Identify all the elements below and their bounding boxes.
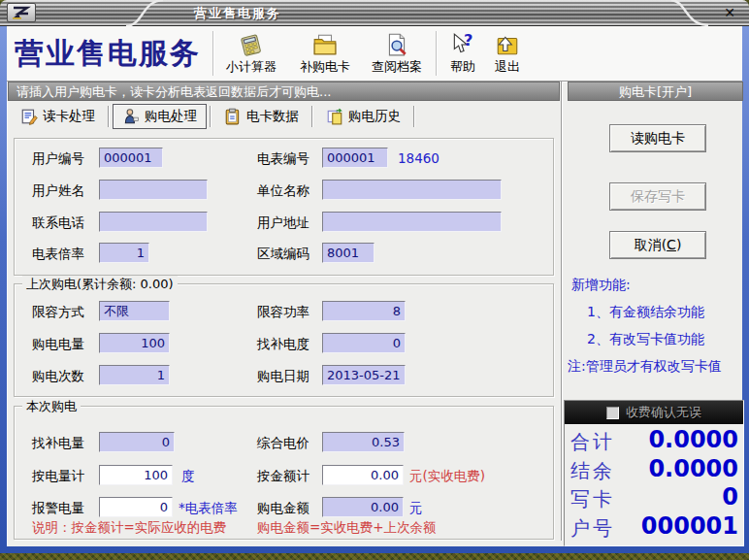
total-row: 结余 0.0000	[570, 455, 738, 482]
toolbar-button-label: 补购电卡	[300, 58, 350, 76]
window-frame: 营业售电服务 小计算器	[0, 26, 749, 553]
total-label: 结余	[570, 458, 615, 484]
tab-purchase-processing[interactable]: 购电处理	[113, 104, 207, 129]
save-write-card-button[interactable]: 保存写卡	[609, 182, 706, 211]
address-input[interactable]	[322, 212, 502, 232]
archive-search-icon	[384, 32, 409, 57]
calculator-button[interactable]: 小计算器	[216, 29, 286, 80]
area-code-input[interactable]	[322, 243, 374, 263]
repurchase-card-button[interactable]: 补购电卡	[290, 29, 360, 80]
tab-purchase-history[interactable]: 购电历史	[316, 104, 410, 129]
field-label: 找补电度	[257, 336, 309, 353]
exit-button[interactable]: 退出	[486, 29, 529, 80]
read-card-icon	[20, 108, 38, 125]
tab-bar: 读卡处理 购电处理 电卡数据	[11, 104, 418, 129]
field-label: 用户姓名	[32, 182, 84, 200]
titlebar-swoosh-right	[669, 0, 710, 26]
main-toolbar: 营业售电服务 小计算器	[7, 26, 742, 82]
limit-mode-input[interactable]	[99, 301, 170, 321]
cancel-button[interactable]: 取消(C)	[609, 231, 706, 259]
note-right: 购电金额=实收电费+上次余额	[257, 519, 437, 537]
purchase-date-input[interactable]	[322, 365, 406, 385]
field-label: 用户地址	[257, 214, 309, 232]
tab-label: 电卡数据	[246, 108, 299, 125]
total-value: 0	[722, 483, 738, 511]
history-pages-icon	[326, 108, 343, 125]
tab-read-card[interactable]: 读卡处理	[11, 104, 105, 129]
field-label: 限容方式	[32, 304, 84, 321]
app-title: 营业售电服务	[15, 34, 201, 74]
total-value: 0.0000	[648, 426, 738, 453]
confirm-label: 收费确认无误	[626, 404, 701, 421]
adjust-kwh-input[interactable]	[322, 333, 406, 353]
unit-name-input[interactable]	[322, 180, 502, 200]
toolbar-button-label: 小计算器	[226, 58, 277, 76]
field-label: 单位名称	[257, 182, 309, 200]
meter-no-input[interactable]	[322, 148, 388, 168]
note-left: 说明：按金额计=实际应收的电费	[32, 519, 226, 537]
alarm-kwh-input[interactable]	[99, 497, 173, 517]
field-label: 限容功率	[257, 304, 309, 321]
titlebar-swoosh-left	[124, 0, 165, 26]
tab-separator	[210, 106, 212, 127]
feature-note: 2、有改写卡值功能	[587, 331, 704, 348]
user-name-input[interactable]	[99, 180, 208, 200]
app-logo	[7, 3, 36, 22]
panel-divider	[561, 82, 563, 541]
total-row: 写卡 0	[570, 483, 738, 511]
field-label: 按电量计	[32, 468, 84, 485]
unit-text: 元	[409, 500, 423, 517]
unit-price-input[interactable]	[322, 432, 405, 452]
logo-icon	[11, 6, 32, 19]
total-row: 户号 000001	[570, 512, 738, 540]
toolbar-separator	[436, 31, 438, 76]
feature-note: 新增功能:	[571, 277, 631, 294]
person-icon	[122, 108, 140, 125]
feature-note: 1、有金额结余功能	[587, 304, 704, 321]
field-label: 购电次数	[32, 368, 84, 385]
read-card-button[interactable]: 读购电卡	[609, 124, 706, 152]
group-title: 上次购电(累计余额: 0.00)	[22, 276, 178, 293]
calculator-icon	[239, 32, 264, 57]
tab-label: 购电历史	[348, 108, 401, 125]
toolbar-separator	[212, 31, 214, 76]
toolbar-button-label: 帮助	[450, 58, 475, 76]
phone-input[interactable]	[99, 212, 208, 232]
exit-icon	[495, 32, 520, 57]
status-message: 请插入用户购电卡，读卡分析电表返回数据后才可购电...	[16, 84, 331, 99]
help-button[interactable]: ? 帮助	[441, 29, 484, 80]
confirm-checkbox[interactable]	[606, 407, 619, 419]
purchase-kwh-input[interactable]	[99, 333, 170, 353]
field-label: 综合电价	[257, 435, 309, 452]
tab-label: 读卡处理	[43, 108, 95, 125]
meter-ratio-input[interactable]	[99, 243, 149, 263]
side-panel-header: 购电卡[开户]	[568, 82, 743, 101]
tab-separator	[311, 106, 313, 127]
field-label: 找补电量	[32, 435, 84, 452]
button-label: 读购电卡	[631, 130, 685, 146]
tab-separator	[413, 106, 415, 127]
tab-label: 购电处理	[145, 108, 197, 125]
button-label: 保存写卡	[631, 188, 685, 204]
help-cursor-icon: ?	[450, 32, 475, 57]
field-label: 用户编号	[32, 150, 84, 168]
unit-text: 元(实收电费)	[409, 468, 485, 485]
user-no-input[interactable]	[99, 148, 163, 168]
svg-text:?: ?	[464, 32, 472, 49]
app-window: 营业售电服务 ✕ 营业售电服务	[0, 0, 749, 553]
by-kwh-input[interactable]	[99, 465, 173, 485]
purchase-count-input[interactable]	[99, 365, 170, 385]
field-label: 报警电量	[32, 500, 84, 517]
total-row: 合计 0.0000	[570, 426, 738, 453]
view-archives-button[interactable]: 查阅档案	[362, 29, 432, 80]
tab-card-data[interactable]: 电卡数据	[214, 104, 309, 129]
by-amount-input[interactable]	[322, 465, 404, 485]
tab-separator	[108, 106, 110, 127]
purchase-amount-input[interactable]	[322, 497, 404, 517]
close-button[interactable]: ✕	[720, 4, 739, 21]
limit-power-input[interactable]	[322, 301, 406, 321]
field-label: 按金额计	[257, 468, 309, 485]
unit-text: 度	[181, 468, 195, 485]
field-label: 购电电量	[32, 336, 84, 353]
cur-adjust-kwh-input[interactable]	[99, 432, 175, 452]
